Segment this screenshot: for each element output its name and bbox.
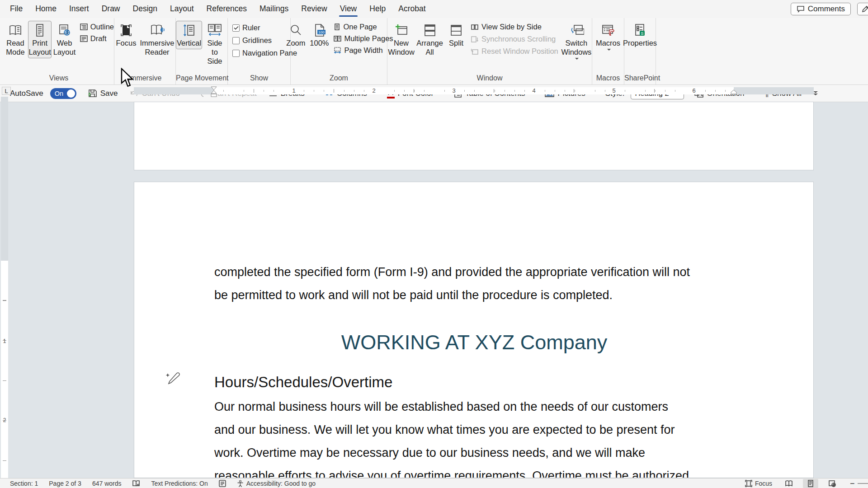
editing-button[interactable] — [857, 3, 868, 15]
macros-button[interactable]: Macros — [594, 21, 623, 52]
reset-window-position-icon — [471, 48, 479, 55]
svg-text:100: 100 — [319, 30, 325, 34]
view-side-by-side-icon — [471, 24, 479, 30]
focus-icon — [119, 23, 133, 37]
mouse-cursor — [121, 68, 136, 89]
paragraph-line: completed the specified form (Form I-9) … — [214, 265, 690, 279]
group-label-zoom: Zoom — [291, 74, 387, 84]
menu-layout[interactable]: Layout — [164, 0, 200, 18]
menu-bar: File Home Insert Draw Design Layout Refe… — [0, 0, 868, 18]
menu-review[interactable]: Review — [295, 0, 333, 18]
paragraph-line: Our normal business hours will be establ… — [214, 400, 668, 414]
arrange-all-button[interactable]: Arrange All — [416, 21, 443, 58]
pencil-icon — [861, 5, 868, 13]
multiple-pages-icon — [334, 35, 341, 42]
draft-button[interactable]: Draft — [80, 34, 114, 43]
one-page-button[interactable]: One Page — [334, 23, 393, 31]
svg-text:S: S — [641, 31, 643, 36]
page-width-button[interactable]: Page Width — [334, 46, 393, 55]
vertical-ruler[interactable]: 1 2 — [0, 97, 9, 478]
paragraph-line: work. Overtime may be necessary due to o… — [214, 446, 645, 460]
side-to-side-icon — [207, 23, 222, 37]
outline-icon — [80, 23, 88, 30]
split-icon — [449, 23, 463, 37]
ribbon-group-views: Read Mode Print Layout Web Layout Outlin… — [4, 18, 114, 84]
status-accessibility[interactable]: Accessibility: Good to go — [237, 480, 316, 487]
immersive-reader-button[interactable]: Immersive Reader — [139, 21, 175, 58]
comment-icon — [797, 5, 805, 13]
checkbox-checked-icon — [232, 24, 240, 32]
group-label-page-movement: Page Movement — [176, 74, 227, 84]
editor-icon[interactable] — [219, 480, 226, 487]
right-indent-marker[interactable] — [730, 89, 737, 95]
zoom-100-icon: 100 — [312, 23, 326, 37]
indent-markers[interactable] — [210, 86, 218, 99]
menu-mailings[interactable]: Mailings — [253, 0, 295, 18]
document-title: WORKING AT XYZ Company — [214, 331, 734, 354]
proofing-errors-icon[interactable] — [132, 480, 140, 487]
menu-file[interactable]: File — [4, 0, 29, 18]
chevron-down-icon — [607, 49, 611, 51]
view-read-mode-button[interactable] — [781, 479, 797, 488]
zoom-100-button[interactable]: 100 100% — [307, 21, 331, 49]
status-text-predictions[interactable]: Text Predictions: On — [151, 480, 208, 487]
checkbox-empty-icon — [232, 50, 240, 57]
status-bar: Section: 1 Page 2 of 3 647 words Text Pr… — [0, 478, 868, 488]
paragraph-line: reasonable efforts to advise you of over… — [214, 469, 689, 478]
heading-2: Hours/Schedules/Overtime — [214, 374, 392, 391]
split-button[interactable]: Split — [444, 21, 468, 49]
immersive-reader-icon — [150, 23, 165, 37]
zoom-icon — [289, 23, 302, 37]
vertical-button[interactable]: Vertical — [176, 21, 202, 49]
read-mode-button[interactable]: Read Mode — [4, 21, 27, 58]
menu-help[interactable]: Help — [363, 0, 392, 18]
print-layout-button[interactable]: Print Layout — [28, 21, 52, 58]
paragraph-line: be permitted to work and will not be pai… — [214, 288, 613, 302]
menu-references[interactable]: References — [200, 0, 254, 18]
macros-icon — [601, 23, 615, 37]
view-print-layout-button[interactable] — [803, 479, 818, 488]
menu-acrobat[interactable]: Acrobat — [392, 0, 432, 18]
zoom-button[interactable]: Zoom — [284, 21, 307, 49]
menu-insert[interactable]: Insert — [63, 0, 95, 18]
web-layout-button[interactable]: Web Layout — [52, 21, 76, 58]
ribbon-group-sharepoint: S Properties SharePoint — [624, 18, 656, 84]
outline-button[interactable]: Outline — [80, 23, 114, 31]
ribbon-group-page-movement: Vertical Side to Side Page Movement — [176, 18, 228, 84]
menu-design[interactable]: Design — [127, 0, 164, 18]
properties-icon: S — [633, 23, 647, 37]
vertical-icon — [182, 23, 196, 37]
ribbon-group-zoom: Zoom 100 100% One Page Multiple Pages Pa… — [291, 18, 387, 84]
menu-home[interactable]: Home — [29, 0, 63, 18]
status-section[interactable]: Section: 1 — [10, 480, 38, 487]
page-2[interactable]: completed the specified form (Form I-9) … — [134, 182, 814, 478]
menu-draw[interactable]: Draw — [95, 0, 127, 18]
focus-mode-button[interactable]: Focus — [745, 480, 772, 487]
status-word-count[interactable]: 647 words — [92, 480, 122, 487]
menu-view[interactable]: View — [334, 0, 363, 18]
copilot-pen-icon[interactable] — [164, 370, 180, 386]
multiple-pages-button[interactable]: Multiple Pages — [334, 34, 393, 43]
ribbon-group-show: Ruler Gridlines Navigation Pane Show — [228, 18, 291, 84]
focus-small-icon — [745, 480, 752, 487]
group-label-sharepoint: SharePoint — [624, 74, 656, 84]
new-window-button[interactable]: New Window — [387, 21, 415, 58]
focus-button[interactable]: Focus — [114, 21, 138, 49]
status-page[interactable]: Page 2 of 3 — [49, 480, 81, 487]
chevron-down-icon — [575, 58, 579, 60]
switch-windows-button[interactable]: Switch Windows — [561, 21, 592, 61]
new-window-icon — [394, 23, 409, 37]
group-label-show: Show — [228, 74, 290, 84]
view-side-by-side-button[interactable]: View Side by Side — [471, 23, 558, 31]
draft-icon — [80, 35, 88, 42]
page-1-bottom[interactable] — [134, 102, 814, 170]
navigation-pane-checkbox[interactable]: Navigation Pane — [232, 49, 297, 57]
view-web-layout-button[interactable] — [825, 479, 840, 488]
comments-label: Comments — [808, 5, 845, 14]
one-page-icon — [334, 23, 340, 30]
properties-button[interactable]: S Properties — [624, 21, 656, 49]
comments-button[interactable]: Comments — [791, 3, 851, 15]
zoom-out-button[interactable]: − — [850, 479, 868, 488]
side-to-side-button[interactable]: Side to Side — [202, 21, 227, 67]
group-label-macros: Macros — [592, 74, 624, 84]
